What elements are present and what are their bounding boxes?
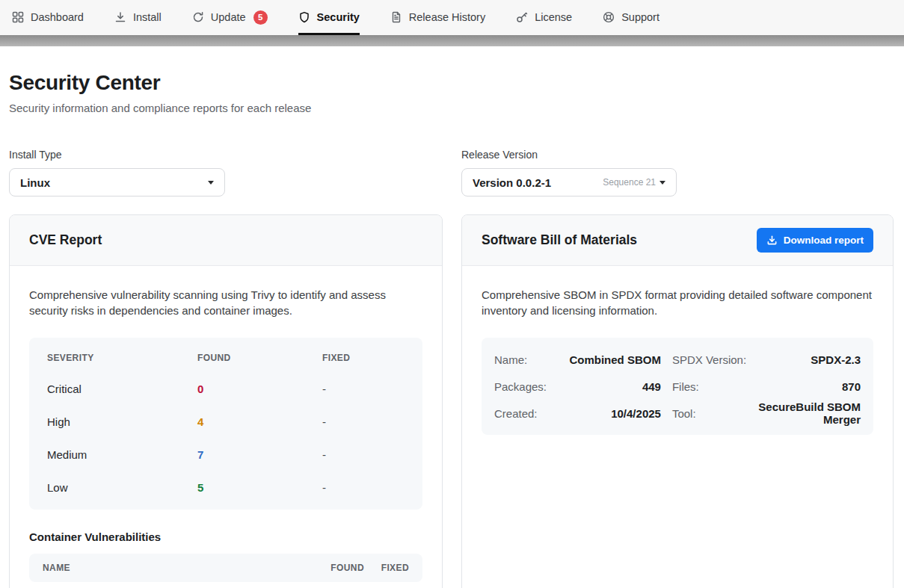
- sbom-field-label: Packages:: [494, 373, 547, 400]
- column-header: FIXED: [364, 563, 409, 573]
- download-icon: [766, 235, 778, 246]
- column-header: FOUND: [197, 353, 322, 363]
- release-version-label: Release Version: [461, 149, 894, 161]
- tab-label: Release History: [409, 11, 485, 23]
- sbom-field-label: Tool:: [672, 400, 746, 427]
- container-vulnerabilities-title: Container Vulnerabilities: [29, 530, 422, 543]
- tab-security[interactable]: Security: [298, 0, 360, 35]
- cve-card-header: CVE Report: [10, 215, 442, 266]
- severity-table-header: SEVERITY FOUND FIXED: [47, 344, 405, 372]
- sbom-field-value: SPDX-2.3: [757, 346, 861, 373]
- tab-release-history[interactable]: Release History: [390, 0, 485, 35]
- tab-label: Install: [133, 11, 162, 23]
- column-header: FIXED: [322, 353, 405, 363]
- sbom-card: Software Bill of Materials Download repo…: [461, 214, 894, 588]
- severity-name: Low: [47, 481, 197, 494]
- sbom-field-value: 870: [757, 373, 861, 400]
- table-row: Medium 7 -: [47, 438, 405, 471]
- nav-shadow-strip: [0, 35, 904, 46]
- install-type-label: Install Type: [9, 149, 443, 161]
- sbom-card-body: Comprehensive SBOM in SPDX format provid…: [462, 266, 893, 456]
- fixed-count: -: [322, 481, 405, 494]
- tab-dashboard[interactable]: Dashboard: [12, 0, 84, 35]
- license-icon: [516, 11, 528, 23]
- sbom-field-value: 449: [558, 373, 661, 400]
- sbom-field-label: Files:: [672, 373, 746, 400]
- dashboard-icon: [12, 11, 24, 23]
- severity-table: SEVERITY FOUND FIXED Critical 0 - High 4…: [29, 338, 422, 510]
- filters-row: Install Type Linux Release Version Versi…: [9, 149, 894, 196]
- found-count: 5: [197, 481, 322, 494]
- tab-update[interactable]: Update 5: [192, 0, 268, 35]
- page-title: Security Center: [9, 71, 894, 95]
- install-icon: [114, 11, 126, 23]
- column-header: NAME: [43, 563, 306, 573]
- sbom-field-value: SecureBuild SBOM Merger: [757, 400, 861, 427]
- column-header: SEVERITY: [47, 353, 197, 363]
- page-subtitle: Security information and compliance repo…: [9, 102, 894, 114]
- support-icon: [603, 11, 615, 23]
- tab-label: License: [535, 11, 572, 23]
- security-icon: [298, 11, 310, 23]
- update-icon: [192, 11, 204, 23]
- tab-label: Support: [621, 11, 659, 23]
- severity-name: Critical: [47, 383, 197, 395]
- release-version-value: Version 0.0.2-1: [473, 176, 551, 189]
- download-report-button[interactable]: Download report: [757, 228, 873, 253]
- sbom-description: Comprehensive SBOM in SPDX format provid…: [482, 287, 873, 318]
- release-sequence-label: Sequence 21: [603, 177, 656, 188]
- tab-license[interactable]: License: [516, 0, 572, 35]
- table-row: High 4 -: [47, 405, 405, 438]
- cve-description: Comprehensive vulnerability scanning usi…: [29, 287, 422, 318]
- found-count: 4: [197, 415, 322, 428]
- chevron-down-icon: [208, 181, 214, 185]
- page-header: Security Center Security information and…: [9, 71, 894, 114]
- install-type-select[interactable]: Linux: [9, 168, 225, 196]
- fixed-count: -: [322, 415, 405, 428]
- release-version-select[interactable]: Version 0.0.2-1 Sequence 21: [461, 168, 677, 196]
- cve-report-card: CVE Report Comprehensive vulnerability s…: [9, 214, 443, 588]
- table-row: Critical 0 -: [47, 372, 405, 405]
- install-type-filter: Install Type Linux: [9, 149, 443, 196]
- update-count-badge: 5: [253, 10, 268, 25]
- sbom-info-grid: Name: Combined SBOM SPDX Version: SPDX-2…: [482, 338, 873, 435]
- container-vulnerabilities-header: NAME FOUND FIXED: [29, 554, 422, 582]
- column-header: FOUND: [306, 563, 364, 573]
- fixed-count: -: [322, 383, 405, 395]
- tab-label: Update: [211, 11, 246, 23]
- table-row: Low 5 -: [47, 471, 405, 504]
- sbom-field-label: Name:: [494, 346, 547, 373]
- sbom-field-label: SPDX Version:: [672, 346, 746, 373]
- severity-name: High: [47, 415, 197, 428]
- found-count: 7: [197, 448, 322, 461]
- release-version-filter: Release Version Version 0.0.2-1 Sequence…: [461, 149, 894, 196]
- install-type-value: Linux: [20, 176, 50, 189]
- tab-label: Dashboard: [31, 11, 84, 23]
- report-cards: CVE Report Comprehensive vulnerability s…: [9, 214, 894, 588]
- sbom-field-value: 10/4/2025: [558, 400, 661, 427]
- sbom-card-title: Software Bill of Materials: [482, 232, 637, 248]
- download-report-label: Download report: [784, 235, 864, 246]
- found-count: 0: [197, 383, 322, 395]
- release-sequence: Sequence 21: [603, 177, 665, 188]
- sbom-field-label: Created:: [494, 400, 547, 427]
- top-navigation: Dashboard Install Update 5 Security: [0, 0, 904, 35]
- tab-support[interactable]: Support: [603, 0, 659, 35]
- cve-card-body: Comprehensive vulnerability scanning usi…: [10, 266, 442, 588]
- tab-install[interactable]: Install: [114, 0, 162, 35]
- severity-name: Medium: [47, 448, 197, 461]
- fixed-count: -: [322, 448, 405, 461]
- chevron-down-icon: [659, 181, 665, 185]
- release-history-icon: [390, 11, 402, 23]
- sbom-card-header: Software Bill of Materials Download repo…: [462, 215, 893, 266]
- sbom-field-value: Combined SBOM: [558, 346, 661, 373]
- tab-label: Security: [317, 11, 360, 23]
- cve-card-title: CVE Report: [29, 232, 102, 248]
